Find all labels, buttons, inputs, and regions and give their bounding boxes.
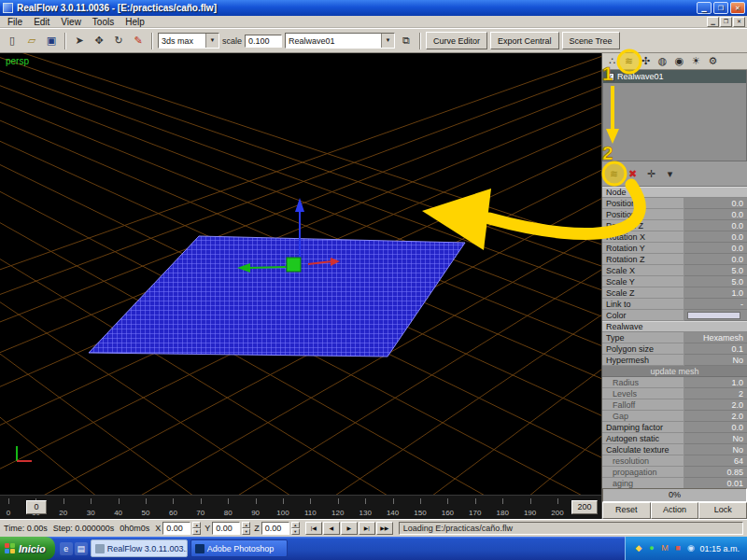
start-button[interactable]: Inicio xyxy=(0,537,55,560)
go-to-end-icon[interactable]: ▶▶ xyxy=(376,522,393,535)
step-back-icon[interactable]: ◀ xyxy=(323,522,340,535)
menu-file[interactable]: File xyxy=(2,17,28,27)
object-combo[interactable]: Realwave01 ▼ xyxy=(285,33,395,49)
tray-icon-2[interactable]: ● xyxy=(646,543,656,553)
go-to-start-icon[interactable]: |◀ xyxy=(305,522,322,535)
menu-help[interactable]: Help xyxy=(120,17,150,27)
new-scene-icon[interactable]: ▯ xyxy=(4,33,21,49)
taskbar-task-realflow-3-0-11-003-[interactable]: RealFlow 3.0.11.003... xyxy=(91,539,188,557)
add-realwave-icon[interactable]: ≋ xyxy=(607,167,621,181)
tree-item-realwave01[interactable]: ✓Realwave01 xyxy=(603,70,746,83)
export-central-button[interactable]: Export Central xyxy=(490,32,559,49)
emitters-icon[interactable]: ∴ xyxy=(605,54,619,68)
preferences-icon[interactable]: ⚙ xyxy=(706,54,720,68)
spin-down-icon[interactable]: ▼ xyxy=(291,528,300,535)
axis-spinner[interactable]: ▲▼ xyxy=(242,522,250,535)
property-value[interactable]: No xyxy=(684,355,747,366)
axis-input-z[interactable]: 0.00 xyxy=(261,522,289,535)
reset-simulation-icon[interactable]: ↻ xyxy=(110,33,127,49)
mdi-close-button[interactable]: ✕ xyxy=(733,17,745,27)
property-value[interactable]: No xyxy=(684,444,747,455)
realwave-icon[interactable]: ≋ xyxy=(622,54,636,68)
property-value[interactable]: 0.1 xyxy=(684,343,747,355)
taskbar-task-adobe-photoshop[interactable]: Adobe Photoshop xyxy=(190,539,288,557)
property-value[interactable]: 0.0 xyxy=(684,220,747,231)
maximize-window-button[interactable]: ❐ xyxy=(713,2,728,14)
node-visibility-checkbox[interactable]: ✓ xyxy=(606,73,614,81)
property-value[interactable]: 0.85 xyxy=(684,467,747,478)
property-value[interactable]: 5.0 xyxy=(684,276,747,287)
quicklaunch-browser-icon[interactable]: e xyxy=(60,542,73,555)
preset-combo[interactable]: 3ds max ▼ xyxy=(158,33,219,49)
spin-down-icon[interactable]: ▼ xyxy=(192,528,201,535)
lock-button[interactable]: Lock xyxy=(698,502,747,519)
scale-input[interactable]: 0.100 xyxy=(245,35,282,48)
action-button[interactable]: Action xyxy=(651,502,699,519)
spin-up-icon[interactable]: ▲ xyxy=(291,522,300,528)
axis-input-y[interactable]: 0.00 xyxy=(212,522,240,535)
select-tool-icon[interactable]: ➤ xyxy=(71,33,88,49)
property-value[interactable]: Hexamesh xyxy=(684,332,747,343)
spin-up-icon[interactable]: ▲ xyxy=(192,522,201,528)
property-value[interactable]: 64 xyxy=(684,455,747,467)
curve-editor-button[interactable]: Curve Editor xyxy=(426,32,487,49)
scene-tree-button[interactable]: Scene Tree xyxy=(562,32,620,49)
spin-up-icon[interactable]: ▲ xyxy=(242,522,250,528)
property-value[interactable]: 2.0 xyxy=(684,399,747,411)
property-value[interactable]: 0.0 xyxy=(684,209,747,220)
property-value[interactable]: 0.0 xyxy=(684,243,747,254)
property-value[interactable]: 0.0 xyxy=(684,422,747,433)
viewport-canvas[interactable] xyxy=(0,53,601,495)
property-value[interactable]: 2.0 xyxy=(684,411,747,422)
timeline-ruler[interactable]: 0 200 0102030405060708090100110120130140… xyxy=(0,495,601,519)
close-window-button[interactable]: ✕ xyxy=(730,2,745,14)
menu-view[interactable]: View xyxy=(55,17,87,27)
color-swatch[interactable] xyxy=(687,312,740,319)
save-scene-icon[interactable]: ▣ xyxy=(43,33,60,49)
property-value[interactable]: 2 xyxy=(684,388,747,399)
property-value[interactable]: 0.01 xyxy=(684,478,747,488)
property-value[interactable]: 1.0 xyxy=(684,377,747,388)
current-frame-box[interactable]: 0 xyxy=(26,500,47,514)
property-value[interactable]: 0.0 xyxy=(684,254,747,265)
tray-icon-3[interactable]: M xyxy=(659,543,669,553)
open-scene-icon[interactable]: ▱ xyxy=(23,33,40,49)
mdi-minimize-button[interactable]: ▁ xyxy=(707,17,719,27)
title-bar[interactable]: RealFlow 3.0.11.0036 - [E:/practicas/cañ… xyxy=(0,0,747,16)
quicklaunch-desktop-icon[interactable]: ▤ xyxy=(75,542,88,555)
property-value[interactable]: 5.0 xyxy=(684,265,747,276)
minimize-window-button[interactable]: ▁ xyxy=(697,2,712,14)
tray-icon-4[interactable]: ■ xyxy=(672,543,683,553)
more-options-icon[interactable]: ▾ xyxy=(663,167,677,181)
spin-down-icon[interactable]: ▼ xyxy=(242,528,250,535)
cameras-icon[interactable]: ◉ xyxy=(672,54,686,68)
paint-tool-icon[interactable]: ✎ xyxy=(130,33,147,49)
realwave-mesh[interactable] xyxy=(89,236,465,357)
axis-spinner[interactable]: ▲▼ xyxy=(291,522,300,535)
play-icon[interactable]: ▶ xyxy=(341,522,358,535)
update-mesh-button[interactable]: update mesh xyxy=(602,366,747,377)
tray-icon-1[interactable]: ◆ xyxy=(633,543,643,553)
axis-input-x[interactable]: 0.00 xyxy=(162,522,190,535)
menu-tools[interactable]: Tools xyxy=(87,17,120,27)
daemons-icon[interactable]: ✣ xyxy=(639,54,653,68)
duplicate-node-icon[interactable]: ⧉ xyxy=(398,33,415,49)
tray-icon-5[interactable]: ◉ xyxy=(685,543,696,553)
menu-edit[interactable]: Edit xyxy=(28,17,55,27)
viewport[interactable]: persp xyxy=(0,53,601,495)
property-value[interactable]: No xyxy=(684,433,747,444)
node-options-icon[interactable]: ✛ xyxy=(644,167,658,181)
move-tool-icon[interactable]: ✥ xyxy=(91,33,107,49)
end-frame-box[interactable]: 200 xyxy=(571,500,598,514)
delete-node-icon[interactable]: ✖ xyxy=(626,167,640,181)
property-value[interactable]: 0.0 xyxy=(684,231,747,243)
property-value[interactable]: 0.0 xyxy=(684,198,747,209)
mdi-restore-button[interactable]: ❐ xyxy=(720,17,732,27)
property-value[interactable]: - xyxy=(684,299,747,310)
step-forward-icon[interactable]: ▶| xyxy=(359,522,375,535)
property-value[interactable]: 1.0 xyxy=(684,287,747,299)
lights-icon[interactable]: ☀ xyxy=(689,54,703,68)
reset-button[interactable]: Reset xyxy=(602,502,651,519)
meshes-icon[interactable]: ◍ xyxy=(655,54,669,68)
axis-spinner[interactable]: ▲▼ xyxy=(192,522,201,535)
